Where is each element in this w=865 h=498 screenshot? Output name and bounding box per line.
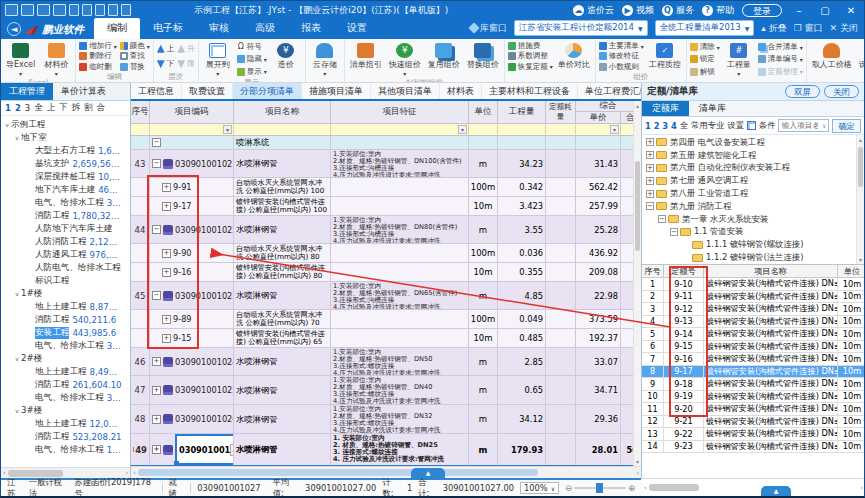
- project-tree-item[interactable]: 人防地下汽车库土建: [1, 222, 130, 235]
- delete-row-button[interactable]: 删除行: [79, 51, 117, 61]
- project-tree-item[interactable]: 人防电气、给排水工程: [1, 261, 130, 274]
- quota-standard-select[interactable]: 江苏省安装工程计价定额2014▼: [514, 20, 648, 36]
- close-panel-button[interactable]: ✕ 关闭: [830, 22, 858, 35]
- expand-icon[interactable]: +: [646, 177, 654, 185]
- quota-row[interactable]: 14 9-23 镀锌钢管安装(沟槽式管件连接) DN≤350 10m: [642, 441, 864, 454]
- selection-handle[interactable]: [174, 461, 179, 465]
- project-tree-item[interactable]: 人防通风工程 976,…: [1, 248, 130, 261]
- temp-delete-button[interactable]: 临时删: [79, 62, 117, 72]
- expand-icon[interactable]: +: [162, 315, 171, 324]
- table-row-selected[interactable]: 49 + 030901001 … 水喷淋钢管 1. 安装部位:室内 2. 材质、…: [131, 434, 641, 466]
- show-button[interactable]: 显示▾: [237, 67, 267, 77]
- quota-row[interactable]: 1 9-10 镀锌钢管安装(沟槽式管件连接) DN≤20 10m: [642, 278, 864, 291]
- project-tree-item[interactable]: v 2#楼: [1, 352, 130, 365]
- quota-tree-item[interactable]: − 1.1 管道安装: [642, 226, 864, 239]
- project-tree-item[interactable]: 基坑支护 2,659,56…: [1, 157, 130, 170]
- symbol-button[interactable]: Ω符号: [237, 42, 267, 52]
- boq-tab[interactable]: 主要材料和工程设备: [482, 83, 578, 99]
- quota-tree-item[interactable]: + 第五册 建筑智能化工程: [642, 149, 864, 162]
- expand-icon[interactable]: −: [646, 202, 654, 210]
- tree-toolbar-button[interactable]: 1: [5, 103, 11, 113]
- lock-button[interactable]: 锁定: [690, 54, 720, 64]
- quota-tree-item[interactable]: 1.1.1 镀锌钢管(螺纹连接): [642, 238, 864, 251]
- measure-fee-button[interactable]: 措施费: [508, 41, 553, 51]
- table-row[interactable]: 44 −030901001022 水喷淋钢管 1.安装部位:室内 2.材质、规格…: [131, 216, 641, 244]
- move-up-button[interactable]: 上: [157, 44, 175, 54]
- collapse-icon[interactable]: −: [152, 225, 161, 234]
- table-row-quota[interactable]: +9-89 自动喷水灭火系统管网水冲洗 公称直径(mm以内) 70 100m 0…: [131, 310, 641, 329]
- quota-row[interactable]: 11 9-20 镀锌钢管安装(沟槽式管件连接) DN≤200 10m: [642, 403, 864, 416]
- save-as-icon[interactable]: [53, 4, 66, 16]
- boq-tab[interactable]: 材料表: [440, 83, 482, 99]
- quick-pricing-button[interactable]: ¥快速组价▾: [387, 41, 423, 78]
- tree-toolbar-button[interactable]: 割: [84, 102, 93, 114]
- price-compare-button[interactable]: 单价对比: [556, 41, 592, 72]
- table-row-quota[interactable]: +9-15 镀锌钢管安装(沟槽式管件连接) 公称直径(mm以内) 65 10m …: [131, 329, 641, 348]
- tree-toolbar-button[interactable]: 下: [59, 102, 68, 114]
- unlock-button[interactable]: 解锁: [690, 67, 720, 77]
- quota-tidy-button[interactable]: 定额整理▾: [758, 67, 803, 77]
- expand-icon[interactable]: [682, 254, 690, 262]
- reuse-pricing-button[interactable]: 复用组价: [426, 41, 462, 78]
- quota-tree-item[interactable]: + 第七册 通风空调工程: [642, 174, 864, 187]
- clear-button[interactable]: 清除▾: [690, 42, 720, 52]
- library-search-box[interactable]: ∨: [778, 119, 829, 132]
- condition-button[interactable]: 条件: [759, 120, 776, 131]
- library-window-button[interactable]: 库窗口: [470, 22, 507, 35]
- quota-tree-item[interactable]: − 第一章 水灭火系统安装: [642, 213, 864, 226]
- table-row-quota[interactable]: +9-17 镀锌钢管安装(沟槽式管件连接) 公称直径(mm以内) 100 10m…: [131, 197, 641, 216]
- help-button[interactable]: ?帮助: [702, 4, 734, 17]
- boq-tab[interactable]: 工程信息: [131, 83, 182, 99]
- quota-row[interactable]: 8 9-17 镀锌钢管安装(沟槽式管件连接) DN≤100 10m: [642, 366, 864, 379]
- col-unit[interactable]: 单位: [838, 265, 864, 277]
- project-tree-item[interactable]: 消防工程 1,780,32…: [1, 209, 130, 222]
- undo-icon[interactable]: [108, 4, 118, 16]
- expand-icon[interactable]: +: [162, 183, 171, 192]
- cut-icon[interactable]: [95, 4, 105, 16]
- boq-tab[interactable]: 其他项目清单: [371, 83, 440, 99]
- find-button[interactable]: 查找: [120, 51, 150, 61]
- export-excel-button[interactable]: 导Excel▾: [4, 41, 37, 78]
- coefficient-button[interactable]: 系数调整: [508, 51, 553, 61]
- table-row[interactable]: 43 −030901001021 水喷淋钢管 1.安装部位:室内 2.材质、规格…: [131, 150, 641, 178]
- col-code[interactable]: 项目编码: [150, 101, 234, 123]
- col-feature[interactable]: 项目特征: [331, 101, 469, 123]
- tree-scrollbar[interactable]: ▴▾: [856, 135, 864, 264]
- table-row[interactable]: 46 +030901001024 水喷淋钢管 1.安装部位:室内 2.材质、规格…: [131, 348, 641, 376]
- project-tree-item[interactable]: 大型土石方工程 1,6…: [1, 144, 130, 157]
- cost-cloud-button[interactable]: ☁造价云: [573, 4, 614, 17]
- quota-tree-item[interactable]: 1.1.2 镀锌钢管(法兰连接): [642, 251, 864, 264]
- col-name[interactable]: 项目名称: [234, 101, 331, 123]
- zoom-slider[interactable]: ⊖⊕: [565, 483, 635, 493]
- main-list-button[interactable]: 主要清单▾: [599, 41, 644, 51]
- zoom-select[interactable]: 100%∨: [520, 482, 559, 494]
- confirm-button[interactable]: 确定: [832, 119, 861, 133]
- project-tree-item[interactable]: v 地下室: [1, 131, 130, 144]
- copy-icon[interactable]: [69, 4, 79, 16]
- open-file-icon[interactable]: [21, 4, 34, 16]
- boq-tab[interactable]: 单位工程费汇总表: [578, 83, 641, 99]
- left-panel-tab[interactable]: 单价计算表: [53, 83, 114, 100]
- project-tree-item[interactable]: 深层搅拌桩工程 10,…: [1, 170, 130, 183]
- maximize-button[interactable]: ▢: [816, 5, 834, 16]
- move-down-button[interactable]: 下: [157, 59, 175, 69]
- expand-icon[interactable]: +: [162, 202, 171, 211]
- quality-control-button[interactable]: ✓工程质控: [647, 41, 683, 72]
- list-number-button[interactable]: 清单编号▾: [758, 54, 803, 64]
- filter-dropdown-icon[interactable]: ▾: [223, 125, 232, 134]
- app-logo[interactable]: 鹏业软件: [25, 23, 84, 37]
- project-tree-item[interactable]: 电气、给排水工程 3…: [1, 339, 130, 352]
- project-tree-item[interactable]: 地上土建工程 8,49…: [1, 365, 130, 378]
- login-button[interactable]: 登录: [742, 4, 782, 17]
- col-quota-code[interactable]: 定额号: [664, 265, 704, 277]
- col-composite[interactable]: 综合 单价合: [576, 101, 640, 123]
- cloud-storage-button[interactable]: 云存储▾: [309, 41, 341, 78]
- settings-button[interactable]: 设置: [727, 120, 744, 131]
- table-row-quota[interactable]: +9-91 自动喷水灭火系统管网水冲洗 公称直径(mm以内) 100 100m …: [131, 178, 641, 197]
- tree-toolbar-button[interactable]: 全: [34, 102, 43, 114]
- filter-dropdown-icon[interactable]: ▾: [458, 125, 467, 134]
- collapse-ribbon-button[interactable]: ▴ 折叠: [761, 22, 786, 35]
- boq-tab[interactable]: 分部分项清单: [233, 83, 302, 99]
- window-button[interactable]: ❐ 窗口: [794, 22, 823, 35]
- col-quota[interactable]: 定额耗量: [546, 101, 576, 123]
